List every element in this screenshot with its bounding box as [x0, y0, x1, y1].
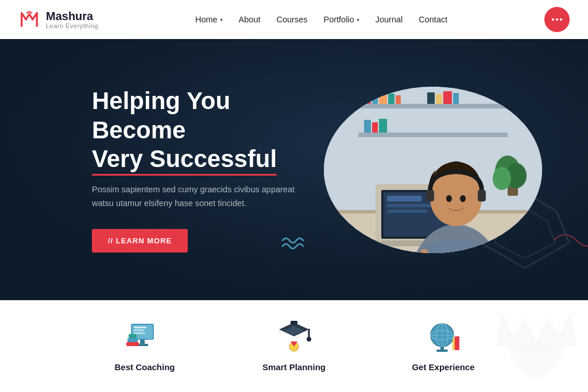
dot-2 — [556, 18, 558, 21]
nav-courses[interactable]: Courses — [277, 15, 308, 24]
svg-point-35 — [460, 195, 466, 202]
feature-experience: Get Experience — [392, 316, 495, 372]
nav-about[interactable]: About — [239, 15, 261, 24]
svg-rect-14 — [372, 122, 378, 133]
features-list: Best Coaching — [93, 316, 495, 372]
svg-rect-2 — [358, 104, 508, 108]
logo-sub: Learn Everything — [46, 22, 98, 29]
svg-rect-12 — [453, 93, 459, 104]
svg-rect-47 — [134, 332, 145, 334]
main-nav: Home ▾ About Courses Portfolio ▾ Journal… — [195, 15, 447, 24]
feature-planning: Smart Planning — [242, 316, 346, 372]
svg-rect-45 — [134, 327, 146, 328]
nav-contact[interactable]: Contact — [419, 15, 447, 24]
svg-rect-69 — [455, 336, 459, 350]
squiggle-decoration — [281, 235, 304, 254]
logo-text: Mashura Learn Everything — [46, 10, 98, 29]
svg-rect-15 — [379, 119, 387, 133]
header: Mashura Learn Everything Home ▾ About Co… — [0, 0, 588, 39]
svg-rect-4 — [364, 92, 371, 104]
nav-journal[interactable]: Journal — [376, 15, 403, 24]
hero-content: Helping You Become Very Successful Possi… — [0, 87, 299, 252]
svg-rect-13 — [364, 120, 371, 133]
logo-icon — [18, 9, 40, 30]
feature-coaching: Best Coaching — [93, 316, 196, 372]
portfolio-dropdown-arrow: ▾ — [357, 17, 359, 23]
svg-rect-7 — [388, 94, 394, 104]
svg-rect-9 — [427, 92, 435, 104]
dot-3 — [560, 18, 562, 21]
nav-portfolio[interactable]: Portfolio ▾ — [324, 15, 359, 24]
coaching-icon — [125, 316, 165, 356]
features-section: Best Coaching — [0, 300, 588, 392]
page-watermark — [485, 300, 588, 392]
svg-point-31 — [430, 171, 482, 226]
svg-rect-48 — [140, 340, 145, 344]
svg-point-19 — [493, 167, 511, 190]
svg-rect-8 — [396, 95, 401, 104]
accent-line-decoration — [554, 223, 588, 260]
nav-home[interactable]: Home ▾ — [195, 15, 223, 24]
hero-oval — [324, 87, 542, 253]
svg-rect-28 — [387, 209, 427, 213]
svg-rect-27 — [387, 204, 433, 207]
svg-rect-3 — [358, 133, 508, 137]
hero-title: Helping You Become Very Successful — [92, 87, 299, 173]
svg-rect-10 — [436, 94, 442, 104]
svg-rect-11 — [443, 91, 452, 104]
logo[interactable]: Mashura Learn Everything — [18, 9, 98, 30]
svg-point-34 — [446, 195, 452, 202]
svg-rect-46 — [134, 329, 144, 331]
feature-coaching-label: Best Coaching — [114, 362, 175, 372]
hero-description: Possim sapientem sed cumy graecids civib… — [92, 183, 299, 211]
svg-rect-55 — [291, 321, 297, 324]
svg-rect-33 — [478, 190, 486, 201]
experience-icon — [423, 316, 463, 356]
logo-name: Mashura — [46, 10, 98, 22]
svg-rect-32 — [426, 190, 434, 201]
feature-experience-label: Get Experience — [412, 362, 474, 372]
home-dropdown-arrow: ▾ — [220, 17, 223, 23]
svg-rect-66 — [436, 350, 448, 352]
svg-rect-6 — [379, 91, 387, 104]
hero-cta-button[interactable]: // LEARN MORE — [92, 229, 188, 253]
dot-1 — [552, 18, 554, 21]
svg-rect-26 — [387, 196, 421, 201]
svg-rect-70 — [519, 345, 554, 352]
menu-dots-button[interactable] — [544, 7, 570, 32]
hero-section: Helping You Become Very Successful Possi… — [0, 39, 588, 300]
hero-person-illustration — [324, 87, 542, 253]
svg-point-57 — [307, 337, 311, 341]
svg-rect-52 — [129, 334, 137, 338]
svg-rect-51 — [127, 338, 138, 342]
hero-image — [324, 87, 542, 253]
planning-icon — [274, 316, 314, 356]
svg-rect-50 — [126, 342, 139, 346]
svg-rect-5 — [372, 95, 378, 104]
feature-planning-label: Smart Planning — [262, 362, 326, 372]
